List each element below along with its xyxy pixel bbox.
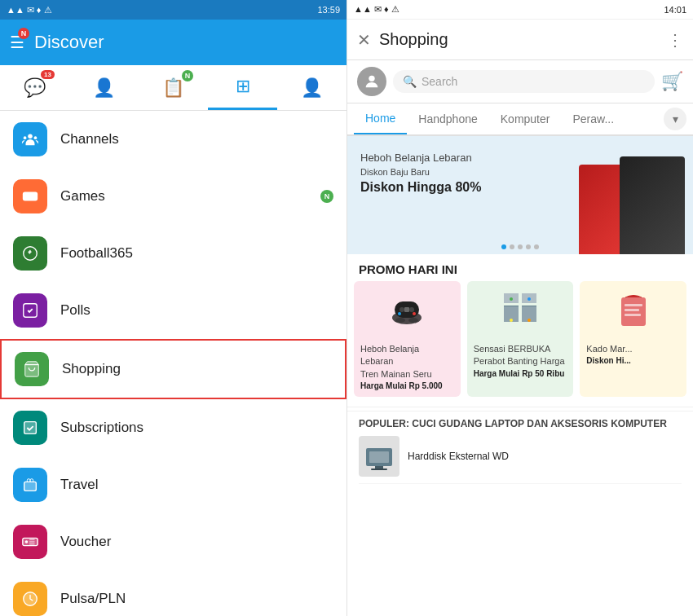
dot-4: [526, 244, 531, 249]
tab-contacts[interactable]: 👤: [69, 65, 139, 110]
svg-rect-39: [625, 304, 642, 306]
search-icon: 🔍: [403, 75, 417, 88]
tab-home[interactable]: Home: [354, 103, 407, 134]
svg-rect-23: [404, 307, 409, 312]
tab-profile[interactable]: 👤: [277, 65, 346, 110]
updates-badge: N: [182, 70, 193, 81]
menu-item-football365[interactable]: Football365: [0, 225, 346, 282]
right-status-time: 14:01: [664, 5, 686, 15]
search-input-wrapper[interactable]: 🔍 Search: [393, 70, 655, 93]
banner-line1: Heboh Belanja Lebaran: [360, 151, 524, 165]
right-panel: ▲▲ ✉ ♦ ⚠ 14:01 ✕ Shopping ⋮ 🔍 Search 🛒 H…: [346, 0, 693, 616]
banner-line2: Diskon Baju Baru: [360, 167, 524, 177]
left-panel: ▲▲ ✉ ♦ ⚠ 13:59 ☰ N Discover 💬 13 👤 📋 N ⊞: [0, 0, 346, 616]
svg-point-5: [34, 196, 36, 198]
dot-2: [510, 244, 514, 249]
svg-rect-40: [625, 309, 639, 311]
popular-item-image: [359, 436, 399, 477]
tab-komputer[interactable]: Komputer: [489, 104, 562, 134]
svg-rect-3: [23, 192, 38, 201]
tab-perawatan[interactable]: Peraw...: [561, 104, 625, 134]
banner-discount: Diskon Hingga 80%: [360, 180, 524, 195]
close-button[interactable]: ✕: [357, 30, 371, 50]
svg-rect-45: [371, 469, 387, 470]
svg-rect-41: [625, 314, 641, 316]
menu-item-travel[interactable]: Travel: [0, 456, 346, 513]
banner-images: [520, 136, 693, 254]
svg-point-21: [399, 307, 404, 312]
games-badge: N: [320, 190, 333, 203]
svg-point-18: [369, 76, 374, 81]
more-options-button[interactable]: ⋮: [667, 30, 683, 50]
tab-handphone[interactable]: Handphone: [407, 104, 488, 134]
menu-item-polls[interactable]: Polls: [0, 282, 346, 339]
promo-card-3-text: Kado Mar... Diskon Hi...: [580, 338, 686, 372]
profile-icon: 👤: [301, 77, 323, 99]
left-status-time: 13:59: [317, 5, 340, 15]
svg-rect-43: [369, 451, 389, 463]
svg-rect-10: [24, 422, 37, 434]
svg-point-36: [510, 297, 513, 301]
promo-card-1-image: [354, 281, 461, 338]
popular-section: POPULER: CUCI GUDANG LAPTOP DAN AKSESORI…: [347, 411, 693, 491]
apps-icon: ⊞: [236, 76, 250, 97]
svg-rect-38: [621, 297, 646, 326]
category-tabs: Home Handphone Komputer Peraw... ▾: [347, 103, 693, 136]
discover-title: Discover: [34, 32, 104, 53]
svg-marker-7: [28, 249, 32, 254]
promo-card-3[interactable]: Kado Mar... Diskon Hi...: [580, 281, 686, 397]
menu-item-pulsa[interactable]: Pulsa/PLN: [0, 570, 346, 616]
promo-cards: Heboh Belanja Lebaran Tren Mainan Seru H…: [347, 281, 693, 403]
tab-updates[interactable]: 📋 N: [139, 65, 208, 110]
tab-chat[interactable]: 💬 13: [0, 65, 69, 110]
promo-card-1[interactable]: Heboh Belanja Lebaran Tren Mainan Seru H…: [354, 281, 461, 397]
svg-point-13: [25, 540, 29, 543]
subscriptions-label: Subscriptions: [60, 420, 143, 436]
svg-point-0: [28, 134, 33, 139]
popular-item[interactable]: Harddisk Eksternal WD: [359, 429, 682, 484]
menu-item-subscriptions[interactable]: Subscriptions: [0, 399, 346, 456]
popular-item-info: Harddisk Eksternal WD: [408, 451, 682, 462]
svg-point-22: [409, 307, 414, 312]
user-avatar: [357, 67, 386, 96]
promo-card-3-image: [580, 281, 686, 338]
right-header: ✕ Shopping ⋮: [347, 20, 693, 60]
banner-content: Heboh Belanja Lebaran Diskon Baju Baru D…: [347, 136, 537, 209]
svg-point-1: [24, 136, 27, 139]
travel-label: Travel: [60, 477, 99, 493]
svg-rect-44: [375, 466, 383, 469]
left-status-bar: ▲▲ ✉ ♦ ⚠ 13:59: [0, 0, 346, 20]
promo-card-2-image: [467, 281, 574, 338]
right-status-bar: ▲▲ ✉ ♦ ⚠ 14:01: [347, 0, 693, 20]
svg-point-27: [408, 318, 418, 323]
menu-item-games[interactable]: Games N: [0, 168, 346, 225]
svg-rect-32: [504, 306, 519, 306]
svg-point-35: [527, 319, 531, 322]
cart-icon[interactable]: 🛒: [661, 71, 683, 92]
menu-item-voucher[interactable]: Voucher: [0, 513, 346, 570]
promo-card-2[interactable]: Sensasi BERBUKA Perabot Banting Harga Ha…: [467, 281, 574, 397]
tab-bar: 💬 13 👤 📋 N ⊞ 👤: [0, 65, 346, 111]
svg-point-4: [33, 195, 34, 196]
updates-icon: 📋: [162, 77, 184, 99]
svg-rect-33: [522, 306, 536, 306]
hamburger-icon[interactable]: ☰ N: [10, 33, 24, 52]
polls-icon: [13, 293, 47, 328]
expand-categories-button[interactable]: ▾: [664, 108, 686, 130]
football-label: Football365: [60, 245, 133, 262]
channels-icon: [13, 122, 47, 156]
dot-3: [518, 244, 523, 249]
chat-icon: 💬: [24, 77, 46, 99]
menu-item-shopping[interactable]: Shopping: [0, 339, 346, 399]
svg-point-2: [34, 136, 38, 139]
svg-point-34: [510, 319, 513, 322]
chat-badge: 13: [41, 70, 55, 79]
promo-card-1-text: Heboh Belanja Lebaran Tren Mainan Seru H…: [354, 338, 461, 397]
dot-1: [501, 244, 506, 249]
tab-apps[interactable]: ⊞: [208, 65, 277, 110]
banner-section: Heboh Belanja Lebaran Diskon Baju Baru D…: [347, 136, 693, 254]
left-status-signals: ▲▲ ✉ ♦ ⚠: [7, 5, 52, 15]
shopping-title: Shopping: [379, 30, 659, 49]
menu-item-channels[interactable]: Channels: [0, 111, 346, 168]
svg-point-25: [413, 312, 416, 315]
